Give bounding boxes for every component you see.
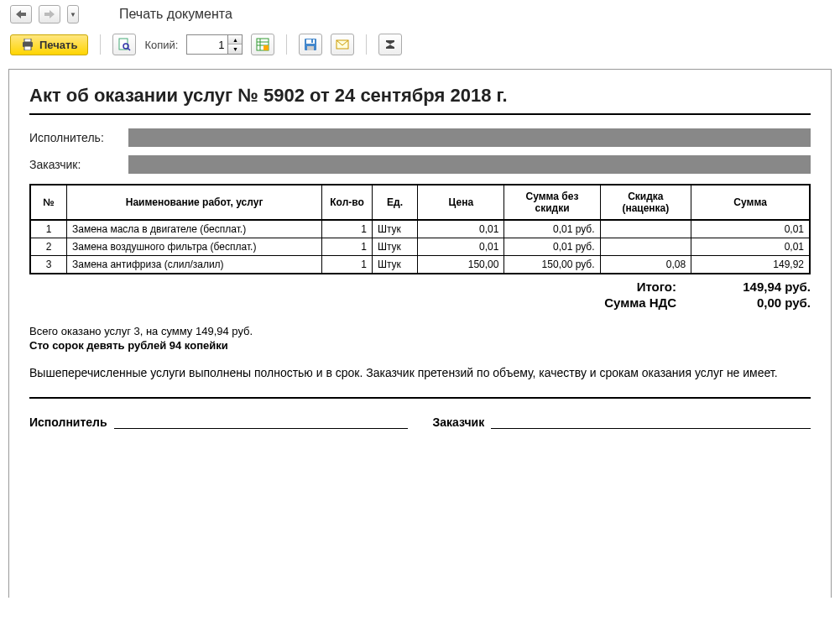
header-qty: Кол-во [322,185,373,220]
cell-sum_no_discount: 0,01 руб. [504,238,600,256]
customer-sig-label: Заказчик [433,415,485,429]
signature-rule [29,397,811,399]
cell-sum: 0,01 [691,220,810,238]
print-button-label: Печать [39,39,77,51]
svg-rect-13 [307,46,314,50]
window-title: Печать документа [119,7,232,22]
table-row: 3Замена антифриза (слил/залил)1Штук150,0… [30,256,810,274]
cell-qty: 1 [322,220,373,238]
print-button[interactable]: Печать [10,34,88,55]
svg-rect-12 [306,39,315,44]
header-sum-no-discount: Сумма без скидки [504,185,600,220]
svg-rect-1 [24,39,31,42]
sum-button[interactable] [378,34,402,55]
svg-line-5 [128,48,130,50]
chevron-down-icon: ▼ [70,11,76,18]
total-label: Итого: [559,280,676,294]
customer-label: Заказчик: [29,158,122,171]
executor-signature: Исполнитель [29,414,408,429]
summary-line2: Сто сорок девять рублей 94 копейки [29,339,811,352]
grid-edit-icon [256,38,269,51]
send-email-button[interactable] [331,34,354,55]
cell-discount [600,220,691,238]
nav-forward-button[interactable] [39,5,60,24]
cell-name: Замена воздушного фильтра (бесплат.) [66,238,321,256]
cell-price: 150,00 [418,256,504,274]
signatures-block: Исполнитель Заказчик [29,414,811,429]
customer-field [128,155,811,174]
save-button[interactable] [299,34,322,55]
edit-template-button[interactable] [251,34,274,55]
cell-discount [600,238,691,256]
cell-unit: Штук [372,256,417,274]
copies-spinner: ▲ ▼ [228,34,243,55]
cell-qty: 1 [322,256,373,274]
floppy-icon [304,38,317,51]
header-unit: Ед. [372,185,417,220]
magnifier-doc-icon [117,38,131,51]
top-bar: ▼ Печать документа [0,0,840,29]
cell-price: 0,01 [418,220,504,238]
cell-qty: 1 [322,238,373,256]
services-table: № Наименование работ, услуг Кол-во Ед. Ц… [29,184,811,274]
document-title: Акт об оказании услуг № 5902 от 24 сентя… [29,85,811,107]
cell-num: 3 [30,256,66,274]
cell-num: 2 [30,238,66,256]
header-price: Цена [418,185,504,220]
nav-back-button[interactable] [10,5,32,24]
disclaimer-text: Вышеперечисленные услуги выполнены полно… [29,365,811,382]
cell-sum: 0,01 [691,238,810,256]
envelope-icon [336,39,349,50]
vat-label: Сумма НДС [559,295,676,310]
total-value: 149,94 руб. [710,280,811,294]
cell-name: Замена масла в двигателе (бесплат.) [66,220,321,238]
nav-history-dropdown[interactable]: ▼ [67,5,79,24]
sigma-icon [384,39,396,50]
separator [366,34,367,55]
customer-signature: Заказчик [433,414,811,429]
summary-line1: Всего оказано услуг 3, на сумму 149,94 р… [29,325,811,337]
cell-discount: 0,08 [600,256,691,274]
title-rule [29,113,811,115]
executor-field [128,128,811,147]
copies-spinner-down[interactable]: ▼ [228,44,242,54]
cell-name: Замена антифриза (слил/залил) [66,256,321,274]
executor-sig-label: Исполнитель [29,415,107,429]
document-area: Акт об оказании услуг № 5902 от 24 сентя… [8,69,832,598]
cell-sum: 149,92 [691,256,810,274]
executor-label: Исполнитель: [29,131,122,144]
cell-unit: Штук [372,220,417,238]
cell-sum_no_discount: 0,01 руб. [504,220,600,238]
toolbar: Печать Копий: ▲ ▼ [0,29,840,60]
separator [100,34,101,55]
totals-block: Итого: 149,94 руб. Сумма НДС 0,00 руб. [29,280,811,310]
cell-price: 0,01 [418,238,504,256]
copies-spinner-up[interactable]: ▲ [228,35,242,44]
header-num: № [30,185,66,220]
executor-sig-line [114,414,408,429]
table-header-row: № Наименование работ, услуг Кол-во Ед. Ц… [30,185,810,220]
vat-value: 0,00 руб. [710,295,811,310]
cell-sum_no_discount: 150,00 руб. [504,256,600,274]
separator [286,34,287,55]
preview-button[interactable] [112,34,136,55]
printer-icon [21,39,34,50]
copies-input[interactable] [186,34,228,55]
cell-num: 1 [30,220,66,238]
arrow-right-icon [44,10,55,18]
svg-rect-14 [311,39,313,43]
summary-block: Всего оказано услуг 3, на сумму 149,94 р… [29,325,811,352]
table-row: 2Замена воздушного фильтра (бесплат.)1Шт… [30,238,810,256]
header-name: Наименование работ, услуг [66,185,321,220]
customer-sig-line [491,414,811,429]
cell-unit: Штук [372,238,417,256]
customer-row: Заказчик: [29,155,811,174]
arrow-left-icon [16,10,26,18]
executor-row: Исполнитель: [29,128,811,147]
svg-rect-2 [24,46,31,50]
header-discount: Скидка (наценка) [600,185,691,220]
header-sum: Сумма [691,185,810,220]
table-row: 1Замена масла в двигателе (бесплат.)1Шту… [30,220,810,238]
copies-label: Копий: [144,39,178,51]
svg-rect-10 [263,45,269,50]
